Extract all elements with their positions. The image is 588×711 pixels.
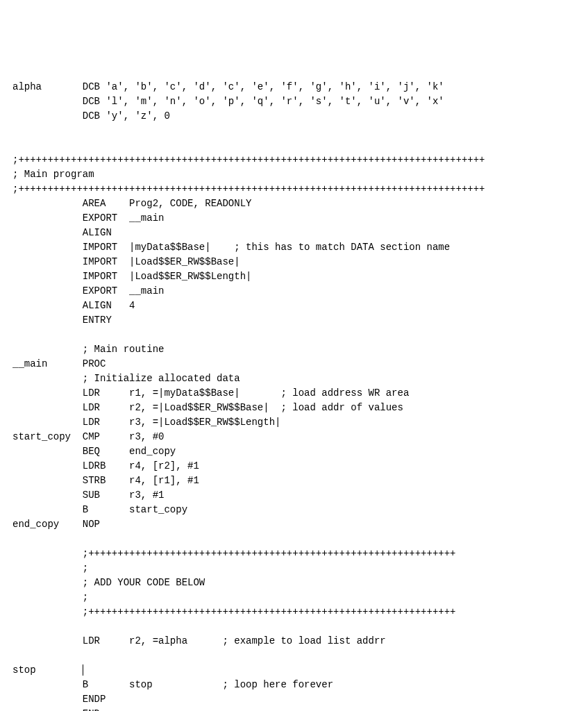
code-line: ALIGN	[12, 227, 112, 238]
code-line: IMPORT |myData$$Base| ; this has to matc…	[12, 242, 450, 253]
code-line: ALIGN 4	[12, 300, 135, 311]
code-line: ; Main program	[12, 169, 94, 180]
code-line: ; Main routine	[12, 344, 164, 355]
code-line: DCB 'y', 'z', 0	[12, 110, 170, 122]
code-line: ;	[12, 592, 88, 603]
code-text: stop	[12, 664, 83, 676]
code-line: B start_copy	[12, 504, 187, 515]
code-line: ;	[12, 562, 88, 574]
code-line: LDR r2, =alpha ; example to load list ad…	[12, 635, 386, 646]
code-line: ;+++++++++++++++++++++++++++++++++++++++…	[12, 606, 456, 617]
code-line-with-cursor: stop	[12, 664, 83, 676]
code-line: start_copy CMP r3, #0	[12, 431, 164, 442]
code-line: EXPORT __main	[12, 285, 164, 296]
code-line: IMPORT |Load$$ER_RW$$Base|	[12, 256, 240, 267]
code-line: ; Initialize allocated data	[12, 373, 240, 384]
code-line: AREA Prog2, CODE, READONLY	[12, 198, 251, 209]
code-line: END	[12, 708, 100, 711]
code-line: ENDP	[12, 694, 106, 705]
code-line: BEQ end_copy	[12, 446, 176, 457]
code-line: STRB r4, [r1], #1	[12, 475, 199, 486]
code-line: ENTRY	[12, 315, 112, 326]
code-line: ;+++++++++++++++++++++++++++++++++++++++…	[12, 154, 485, 165]
code-line: ;+++++++++++++++++++++++++++++++++++++++…	[12, 183, 485, 194]
code-line: end_copy NOP	[12, 519, 100, 530]
code-line: ;+++++++++++++++++++++++++++++++++++++++…	[12, 548, 456, 559]
code-line: SUB r3, #1	[12, 490, 164, 501]
code-line: IMPORT |Load$$ER_RW$$Length|	[12, 271, 251, 282]
code-document: alpha DCB 'a', 'b', 'c', 'd', 'c', 'e', …	[12, 65, 576, 711]
code-line: alpha DCB 'a', 'b', 'c', 'd', 'c', 'e', …	[12, 81, 444, 92]
code-line: LDR r2, =|Load$$ER_RW$$Base| ; load addr…	[12, 402, 403, 413]
code-line: ; ADD YOUR CODE BELOW	[12, 577, 205, 588]
code-line: LDR r1, =|myData$$Base| ; load address W…	[12, 387, 409, 399]
code-line: __main PROC	[12, 358, 106, 369]
code-line: EXPORT __main	[12, 212, 164, 224]
code-line: DCB 'l', 'm', 'n', 'o', 'p', 'q', 'r', '…	[12, 96, 444, 107]
code-line: B stop ; loop here forever	[12, 679, 333, 690]
code-line: LDRB r4, [r2], #1	[12, 460, 199, 471]
code-line: LDR r3, =|Load$$ER_RW$$Length|	[12, 417, 280, 428]
text-cursor	[83, 664, 83, 676]
